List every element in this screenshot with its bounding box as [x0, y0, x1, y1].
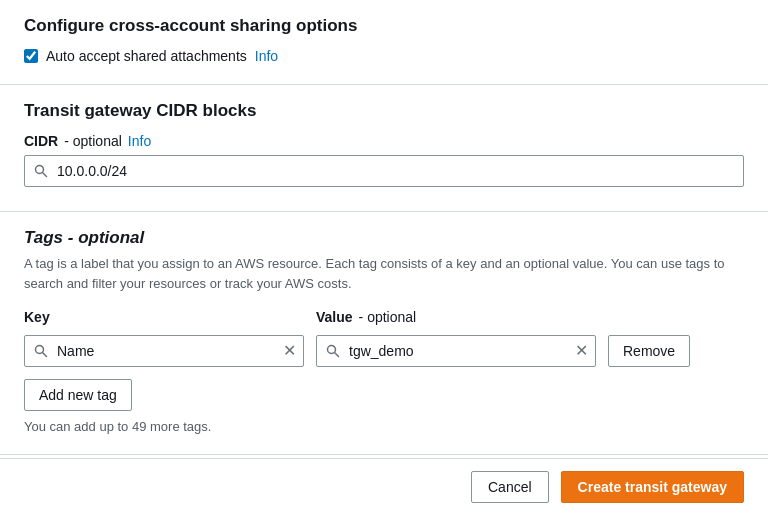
cross-account-info-link[interactable]: Info — [255, 48, 278, 64]
key-clear-button[interactable]: ✕ — [283, 343, 296, 359]
key-input[interactable] — [24, 335, 304, 367]
cidr-section-title: Transit gateway CIDR blocks — [24, 101, 744, 121]
tags-title-text: Tags — [24, 228, 63, 247]
cidr-field-label: CIDR - optional Info — [24, 133, 744, 149]
cidr-input[interactable] — [24, 155, 744, 187]
value-optional-text: - optional — [359, 309, 417, 325]
tags-section-title: Tags - optional — [24, 228, 744, 248]
key-field-label: Key — [24, 309, 304, 325]
tags-hint: You can add up to 49 more tags. — [24, 419, 744, 434]
create-transit-gateway-button[interactable]: Create transit gateway — [561, 471, 744, 503]
value-clear-button[interactable]: ✕ — [575, 343, 588, 359]
cross-account-section: Configure cross-account sharing options … — [0, 0, 768, 85]
tag-row: Key ✕ Value - optional — [24, 309, 744, 367]
value-input-wrapper: ✕ — [316, 335, 596, 367]
cidr-label-text: CIDR — [24, 133, 58, 149]
tag-value-field: Value - optional ✕ — [316, 309, 596, 367]
cidr-section: Transit gateway CIDR blocks CIDR - optio… — [0, 85, 768, 212]
auto-accept-checkbox[interactable] — [24, 49, 38, 63]
footer: Cancel Create transit gateway — [0, 458, 768, 515]
value-field-label: Value - optional — [316, 309, 596, 325]
remove-tag-button[interactable]: Remove — [608, 335, 690, 367]
cidr-info-link[interactable]: Info — [128, 133, 151, 149]
tags-section: Tags - optional A tag is a label that yo… — [0, 212, 768, 455]
cidr-optional-text: - optional — [64, 133, 122, 149]
value-label-text: Value — [316, 309, 353, 325]
tags-optional-text: - optional — [68, 228, 144, 247]
auto-accept-row: Auto accept shared attachments Info — [24, 48, 744, 64]
cancel-button[interactable]: Cancel — [471, 471, 549, 503]
value-input[interactable] — [316, 335, 596, 367]
key-input-wrapper: ✕ — [24, 335, 304, 367]
cidr-input-wrapper — [24, 155, 744, 187]
auto-accept-label: Auto accept shared attachments — [46, 48, 247, 64]
tags-description: A tag is a label that you assign to an A… — [24, 254, 744, 293]
cross-account-title: Configure cross-account sharing options — [24, 16, 744, 36]
tag-key-field: Key ✕ — [24, 309, 304, 367]
cidr-field-container: CIDR - optional Info — [24, 133, 744, 187]
add-new-tag-button[interactable]: Add new tag — [24, 379, 132, 411]
